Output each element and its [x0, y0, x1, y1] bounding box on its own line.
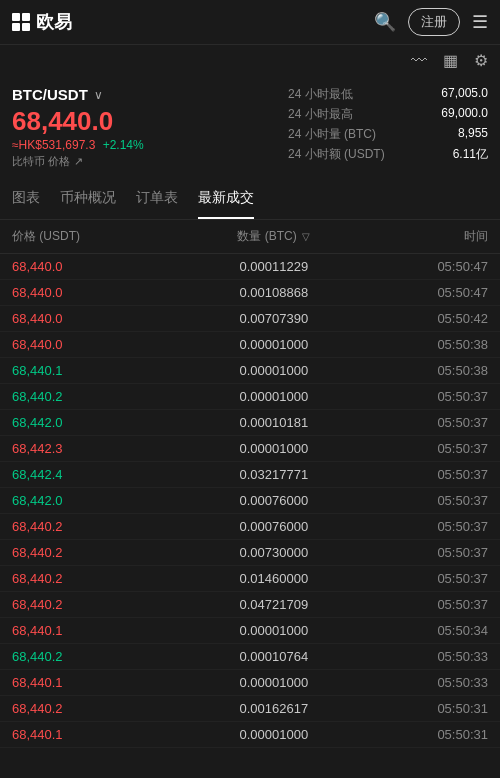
table-row: 68,440.0 0.00108868 05:50:47 [0, 280, 500, 306]
stat-row: 24 小时量 (BTC) 8,955 [288, 126, 488, 143]
table-row: 68,440.1 0.00001000 05:50:33 [0, 670, 500, 696]
table-row: 68,440.2 0.00001000 05:50:37 [0, 384, 500, 410]
tab-trades[interactable]: 最新成交 [198, 179, 254, 219]
trade-time: 05:50:31 [369, 727, 488, 742]
tab-overview[interactable]: 币种概况 [60, 179, 116, 219]
trade-qty: 0.00076000 [179, 519, 369, 534]
trade-qty: 0.00162617 [179, 701, 369, 716]
coin-name: 比特币 价格 [12, 154, 70, 169]
trade-qty: 0.04721709 [179, 597, 369, 612]
market-left: BTC/USDT ∨ 68,440.0 ≈HK$531,697.3 +2.14%… [12, 86, 276, 169]
stat-label: 24 小时最高 [288, 106, 353, 123]
col-header-qty[interactable]: 数量 (BTC) ▽ [179, 228, 369, 245]
table-row: 68,442.3 0.00001000 05:50:37 [0, 436, 500, 462]
trade-qty: 0.00001000 [179, 675, 369, 690]
trade-time: 05:50:47 [369, 259, 488, 274]
trade-table: 价格 (USDT) 数量 (BTC) ▽ 时间 68,440.0 0.00011… [0, 220, 500, 748]
trade-price: 68,440.2 [12, 571, 179, 586]
trade-qty: 0.03217771 [179, 467, 369, 482]
trade-price: 68,442.0 [12, 493, 179, 508]
trade-qty: 0.00707390 [179, 311, 369, 326]
trade-time: 05:50:31 [369, 701, 488, 716]
trade-qty: 0.00076000 [179, 493, 369, 508]
grid-icon[interactable]: ▦ [443, 51, 458, 70]
logo-icon [12, 13, 30, 31]
trade-time: 05:50:37 [369, 493, 488, 508]
stat-row: 24 小时额 (USDT) 6.11亿 [288, 146, 488, 163]
trade-price: 68,440.1 [12, 727, 179, 742]
table-row: 68,440.2 0.00076000 05:50:37 [0, 514, 500, 540]
trade-price: 68,440.2 [12, 519, 179, 534]
trade-price: 68,442.0 [12, 415, 179, 430]
logo: 欧易 [12, 10, 72, 34]
chevron-down-icon[interactable]: ∨ [94, 88, 103, 102]
menu-icon[interactable]: ☰ [472, 11, 488, 33]
table-row: 68,440.2 0.01460000 05:50:37 [0, 566, 500, 592]
stat-label: 24 小时额 (USDT) [288, 146, 385, 163]
trade-qty: 0.00730000 [179, 545, 369, 560]
stat-label: 24 小时量 (BTC) [288, 126, 376, 143]
trade-qty: 0.00001000 [179, 623, 369, 638]
coin-label: 比特币 价格 ↗ [12, 154, 276, 169]
tab-chart[interactable]: 图表 [12, 179, 40, 219]
trade-qty: 0.00001000 [179, 363, 369, 378]
trade-qty: 0.00108868 [179, 285, 369, 300]
trade-qty: 0.00010181 [179, 415, 369, 430]
search-icon[interactable]: 🔍 [374, 11, 396, 33]
market-stats: 24 小时最低 67,005.0 24 小时最高 69,000.0 24 小时量… [288, 86, 488, 169]
hk-price: ≈HK$531,697.3 [12, 138, 95, 152]
trade-price: 68,442.3 [12, 441, 179, 456]
col-header-time: 时间 [369, 228, 488, 245]
trade-qty: 0.00011229 [179, 259, 369, 274]
trade-price: 68,440.2 [12, 545, 179, 560]
trade-price: 68,442.4 [12, 467, 179, 482]
app-header: 欧易 🔍 注册 ☰ [0, 0, 500, 45]
register-button[interactable]: 注册 [408, 8, 460, 36]
trade-qty: 0.00001000 [179, 389, 369, 404]
stat-row: 24 小时最高 69,000.0 [288, 106, 488, 123]
trade-time: 05:50:37 [369, 571, 488, 586]
trade-time: 05:50:42 [369, 311, 488, 326]
pair-row: BTC/USDT ∨ [12, 86, 276, 103]
table-header: 价格 (USDT) 数量 (BTC) ▽ 时间 [0, 220, 500, 254]
table-row: 68,440.1 0.00001000 05:50:34 [0, 618, 500, 644]
table-row: 68,440.2 0.00162617 05:50:31 [0, 696, 500, 722]
stat-row: 24 小时最低 67,005.0 [288, 86, 488, 103]
trade-price: 68,440.1 [12, 675, 179, 690]
table-row: 68,440.2 0.00730000 05:50:37 [0, 540, 500, 566]
external-link-icon[interactable]: ↗ [74, 155, 83, 168]
settings-icon[interactable]: ⚙ [474, 51, 488, 70]
price-change: +2.14% [103, 138, 144, 152]
trade-time: 05:50:37 [369, 441, 488, 456]
table-row: 68,440.2 0.04721709 05:50:37 [0, 592, 500, 618]
trade-price: 68,440.0 [12, 311, 179, 326]
tab-bar: 图表币种概况订单表最新成交 [0, 179, 500, 220]
trade-time: 05:50:33 [369, 649, 488, 664]
tab-orders[interactable]: 订单表 [136, 179, 178, 219]
trade-time: 05:50:37 [369, 545, 488, 560]
trade-price: 68,440.0 [12, 285, 179, 300]
table-row: 68,440.1 0.00001000 05:50:38 [0, 358, 500, 384]
stat-value: 67,005.0 [441, 86, 488, 103]
trade-price: 68,440.2 [12, 701, 179, 716]
current-price: 68,440.0 [12, 107, 276, 136]
trade-time: 05:50:47 [369, 285, 488, 300]
trade-qty: 0.00010764 [179, 649, 369, 664]
trade-price: 68,440.0 [12, 337, 179, 352]
trade-time: 05:50:37 [369, 415, 488, 430]
filter-icon[interactable]: ▽ [302, 231, 310, 242]
trade-price: 68,440.0 [12, 259, 179, 274]
table-row: 68,442.0 0.00076000 05:50:37 [0, 488, 500, 514]
table-row: 68,440.2 0.00010764 05:50:33 [0, 644, 500, 670]
stat-value: 8,955 [458, 126, 488, 143]
hk-price-row: ≈HK$531,697.3 +2.14% [12, 138, 276, 152]
trade-time: 05:50:38 [369, 337, 488, 352]
chart-line-icon[interactable]: 〰 [411, 52, 427, 70]
market-info: BTC/USDT ∨ 68,440.0 ≈HK$531,697.3 +2.14%… [0, 76, 500, 179]
trade-time: 05:50:37 [369, 467, 488, 482]
trade-time: 05:50:37 [369, 389, 488, 404]
trading-pair[interactable]: BTC/USDT [12, 86, 88, 103]
trade-price: 68,440.2 [12, 649, 179, 664]
stat-value: 6.11亿 [453, 146, 488, 163]
trade-time: 05:50:37 [369, 519, 488, 534]
